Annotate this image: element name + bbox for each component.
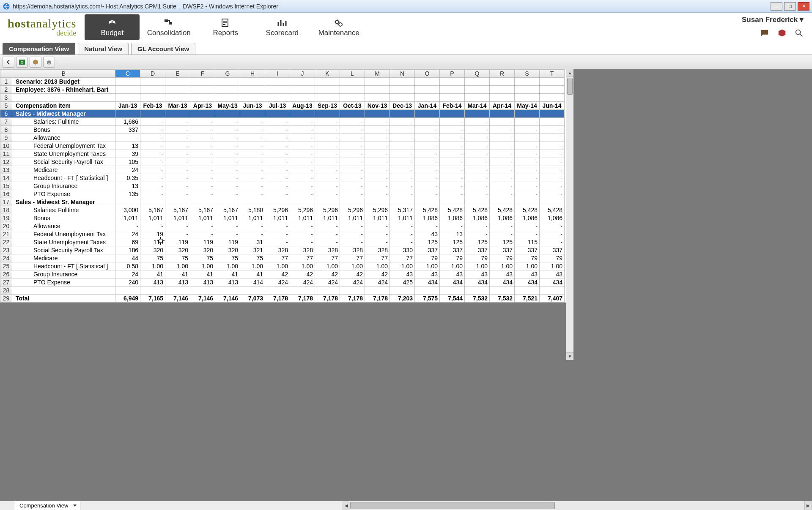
user-menu[interactable]: Susan Frederick ▾ [742, 15, 804, 24]
nav-consolidation[interactable]: Consolidation [141, 14, 196, 40]
nav-scorecard[interactable]: Scorecard [255, 14, 310, 40]
logo: hostanalytics decide [0, 17, 84, 38]
svg-point-1 [109, 21, 112, 23]
package-icon[interactable] [777, 28, 787, 38]
vertical-scrollbar[interactable]: ▲ ▼ [566, 69, 573, 360]
svg-rect-3 [165, 19, 168, 22]
nav-reports[interactable]: Reports [198, 14, 253, 40]
mini-toolbar: X [0, 55, 812, 69]
view-tabs: Compensation ViewNatural ViewGL Account … [0, 42, 812, 55]
horizontal-scrollbar[interactable]: ◀ ▶ [343, 501, 812, 510]
svg-point-8 [796, 30, 801, 35]
view-tab-gl-account-view[interactable]: GL Account View [131, 43, 195, 55]
chat-icon[interactable] [760, 28, 769, 38]
close-button[interactable]: ✕ [798, 2, 809, 11]
sheet-tab[interactable]: Compensation View [15, 501, 80, 510]
maximize-button[interactable]: ◻ [784, 2, 796, 11]
nav-budget[interactable]: Budget [85, 14, 140, 40]
data-cube-button[interactable] [30, 57, 41, 68]
minimize-button[interactable]: — [771, 2, 782, 11]
browser-title-suffix: - Host Analytics CPM1 Suite – DWSF2 - Wi… [102, 3, 278, 10]
app-header: hostanalytics decide BudgetConsolidation… [0, 13, 812, 42]
svg-rect-13 [48, 63, 50, 65]
svg-point-6 [335, 20, 339, 24]
main-nav: BudgetConsolidationReportsScorecardMaint… [84, 13, 733, 42]
nav-maintenance[interactable]: Maintenance [311, 14, 366, 40]
print-button[interactable] [43, 57, 55, 68]
chevron-down-icon [73, 505, 77, 507]
view-tab-natural-view[interactable]: Natural View [78, 43, 129, 55]
browser-title-bar: https://demoha.hostanalytics.com/ - Host… [0, 0, 812, 13]
ie-icon [3, 3, 10, 10]
svg-rect-12 [48, 60, 50, 61]
svg-text:X: X [21, 60, 23, 65]
excel-export-button[interactable]: X [16, 57, 28, 68]
sheet-footer: Compensation View ◀ ▶ [0, 501, 812, 510]
data-grid[interactable]: BCDEFGHIJKLMNOPQRST1Scenario: 2013 Budge… [0, 69, 565, 303]
back-button[interactable] [3, 57, 14, 68]
svg-point-7 [339, 23, 342, 26]
browser-url: https://demoha.hostanalytics.com/ [13, 3, 102, 10]
view-tab-compensation-view[interactable]: Compensation View [3, 43, 75, 55]
svg-point-2 [112, 21, 115, 23]
spreadsheet-area: BCDEFGHIJKLMNOPQRST1Scenario: 2013 Budge… [0, 69, 812, 501]
search-icon[interactable] [794, 28, 804, 38]
